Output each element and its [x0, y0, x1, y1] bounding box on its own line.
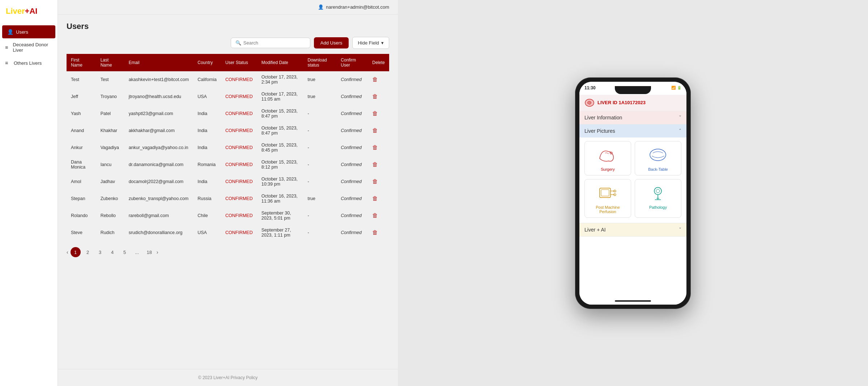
cell-3: India [193, 105, 221, 122]
sidebar-item-users[interactable]: 👤 Users [2, 25, 55, 38]
liver-ai-header[interactable]: Liver + AI ˅ [579, 223, 686, 236]
cell-7: Confirmed [336, 88, 368, 105]
users-icon: 👤 [7, 29, 13, 35]
cell-3: Russia [193, 190, 221, 207]
table-row: AnkurVagadiyaankur_vagadiya@yahoo.co.inI… [67, 139, 389, 156]
delete-cell: 🗑 [368, 105, 389, 122]
delete-row-button[interactable]: 🗑 [372, 110, 378, 116]
cell-0: Jeff [67, 88, 96, 105]
table-row: AmolJadhavdocamolrj2022@gmail.comIndiaCO… [67, 173, 389, 190]
cell-1: Khakhar [96, 122, 124, 139]
delete-row-button[interactable]: 🗑 [372, 76, 378, 82]
back-table-label: Back-Table [648, 167, 668, 171]
col-confirm-user: Confirm User [336, 54, 368, 71]
delete-cell: 🗑 [368, 122, 389, 139]
liver-info-chevron: ˅ [679, 115, 681, 120]
cell-2: zubenko_transpl@yahoo.com [124, 190, 193, 207]
list-icon-1: ≡ [5, 44, 10, 50]
cell-7: Confirmed [336, 122, 368, 139]
cell-7: Confirmed [336, 173, 368, 190]
page-5-button[interactable]: 5 [120, 247, 130, 257]
page-18-button[interactable]: 18 [144, 247, 154, 257]
list-icon-2: ≡ [5, 60, 11, 66]
cell-7: Confirmed [336, 156, 368, 173]
svg-rect-9 [601, 190, 609, 196]
footer: © 2023 Liver+AI Privacy Policy [58, 369, 398, 386]
next-page-button[interactable]: › [157, 249, 158, 255]
cell-5: October 15, 2023, 8:47 pm [257, 105, 303, 122]
wifi-icon: 📶 [671, 86, 676, 90]
liver-pictures-label: Liver Pictures [584, 128, 615, 134]
page-4-button[interactable]: 4 [107, 247, 118, 257]
cell-5: October 15, 2023, 8:47 pm [257, 122, 303, 139]
cell-3: USA [193, 224, 221, 241]
main-content: 👤 narendran+admin@bitcot.com Users 🔍 Add… [58, 0, 398, 386]
liver-pictures-header[interactable]: Liver Pictures ˄ [579, 124, 686, 137]
phone-outer: 11:30 📶 🔋 LIVER ID 1A10172023 [575, 77, 691, 309]
add-users-button[interactable]: Add Users [314, 37, 349, 48]
cell-5: October 15, 2023, 8:12 pm [257, 156, 303, 173]
pathology-icon [646, 183, 671, 203]
table-row: Dana MonicaIancudr.danamonica@gmail.comR… [67, 156, 389, 173]
table-row: StepanZubenkozubenko_transpl@yahoo.comRu… [67, 190, 389, 207]
logo-liver-text: Liver [6, 7, 25, 16]
delete-cell: 🗑 [368, 207, 389, 224]
svg-point-11 [656, 189, 660, 193]
delete-row-button[interactable]: 🗑 [372, 127, 378, 133]
cell-0: Test [67, 71, 96, 88]
cell-4: CONFIRMED [221, 105, 257, 122]
cell-1: Vagadiya [96, 139, 124, 156]
hide-field-button[interactable]: Hide Field ▾ [352, 37, 389, 49]
page-ellipsis: ... [132, 247, 142, 257]
cell-6: - [303, 207, 336, 224]
cell-4: CONFIRMED [221, 156, 257, 173]
cell-0: Anand [67, 122, 96, 139]
delete-row-button[interactable]: 🗑 [372, 93, 378, 99]
cell-5: October 17, 2023, 11:05 am [257, 88, 303, 105]
delete-cell: 🗑 [368, 139, 389, 156]
table-row: AnandKhakharakkhakhar@gmail.comIndiaCONF… [67, 122, 389, 139]
pictures-grid: Surgery Back-Table [579, 137, 686, 223]
delete-cell: 🗑 [368, 88, 389, 105]
cell-0: Dana Monica [67, 156, 96, 173]
surgery-card[interactable]: Surgery [584, 141, 631, 175]
back-table-card[interactable]: Back-Table [635, 141, 681, 175]
liver-ai-label: Liver + AI [584, 227, 606, 233]
delete-row-button[interactable]: 🗑 [372, 178, 378, 184]
sidebar-item-deceased-donor[interactable]: ≡ Deceased Donor Liver [0, 38, 58, 56]
cell-7: Confirmed [336, 190, 368, 207]
search-box[interactable]: 🔍 [231, 38, 310, 48]
phone-status-bar: 11:30 📶 🔋 [579, 82, 686, 95]
delete-row-button[interactable]: 🗑 [372, 144, 378, 150]
cell-3: Romania [193, 156, 221, 173]
sidebar-item-others-livers[interactable]: ≡ Others Livers [0, 56, 58, 69]
cell-4: CONFIRMED [221, 190, 257, 207]
perfusion-card[interactable]: Post Machine Perfusion [584, 179, 631, 218]
prev-page-button[interactable]: ‹ [67, 249, 68, 255]
cell-6: - [303, 105, 336, 122]
cell-0: Yash [67, 105, 96, 122]
phone-home-bar [579, 297, 686, 305]
cell-4: CONFIRMED [221, 207, 257, 224]
search-input[interactable] [243, 40, 306, 46]
pathology-card[interactable]: Pathology [635, 179, 681, 218]
footer-text: © 2023 Liver+AI Privacy Policy [198, 375, 258, 380]
liver-pictures-section: Liver Pictures ˄ [579, 124, 686, 223]
cell-4: CONFIRMED [221, 122, 257, 139]
cell-5: September 27, 2023, 1:11 pm [257, 224, 303, 241]
page-3-button[interactable]: 3 [95, 247, 105, 257]
cell-2: rareboll@gmail.com [124, 207, 193, 224]
page-1-button[interactable]: 1 [71, 247, 81, 257]
delete-row-button[interactable]: 🗑 [372, 229, 378, 236]
col-delete: Delete [368, 54, 389, 71]
delete-row-button[interactable]: 🗑 [372, 161, 378, 167]
page-2-button[interactable]: 2 [83, 247, 93, 257]
cell-1: Rebollo [96, 207, 124, 224]
delete-row-button[interactable]: 🗑 [372, 212, 378, 219]
cell-4: CONFIRMED [221, 224, 257, 241]
svg-point-3 [650, 149, 666, 161]
table-row: RolandoRebollorareboll@gmail.comChileCON… [67, 207, 389, 224]
liver-info-header[interactable]: Liver Information ˅ [579, 111, 686, 124]
cell-4: CONFIRMED [221, 71, 257, 88]
delete-row-button[interactable]: 🗑 [372, 195, 378, 202]
